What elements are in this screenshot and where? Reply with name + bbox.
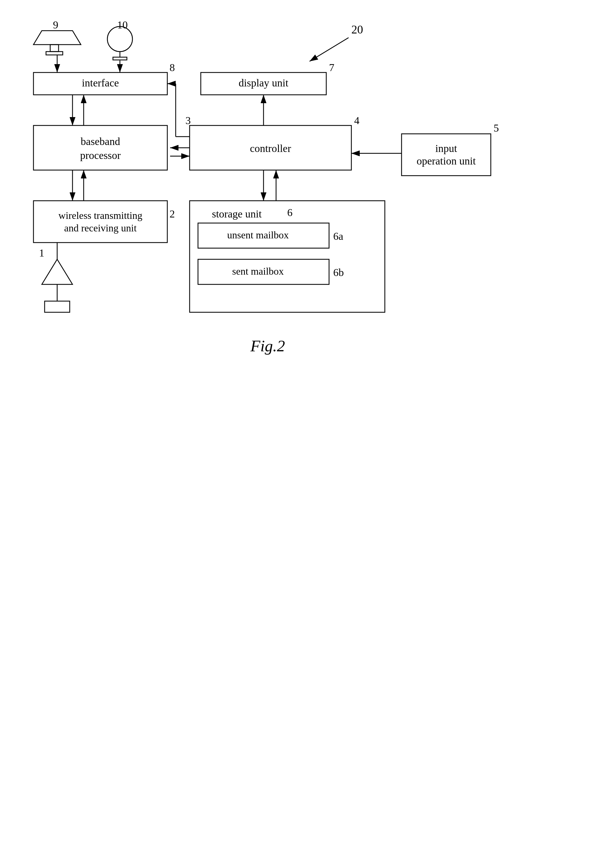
svg-marker-26 [42,259,73,284]
svg-text:operation unit: operation unit [416,155,476,167]
svg-text:and receiving unit: and receiving unit [64,223,137,233]
svg-marker-2 [34,30,81,44]
svg-text:input: input [435,142,457,154]
svg-text:1: 1 [39,247,44,259]
svg-text:6b: 6b [333,267,344,278]
svg-text:20: 20 [351,23,363,36]
svg-text:9: 9 [53,19,58,30]
svg-rect-4 [46,52,63,55]
svg-line-61 [310,38,349,61]
svg-text:storage unit: storage unit [212,208,262,220]
svg-text:3: 3 [186,114,191,126]
svg-text:8: 8 [169,62,175,73]
svg-text:wireless transmitting: wireless transmitting [59,210,142,221]
svg-rect-44 [401,134,491,175]
svg-rect-40 [201,73,326,95]
svg-text:unsent mailbox: unsent mailbox [227,229,289,241]
svg-text:interface: interface [82,77,119,88]
svg-text:2: 2 [169,208,175,220]
svg-rect-3 [50,44,59,52]
svg-rect-7 [113,57,127,60]
svg-rect-31 [190,125,351,170]
svg-rect-12 [34,73,167,95]
svg-text:baseband: baseband [81,136,120,147]
svg-rect-17 [34,125,167,170]
svg-rect-49 [190,201,385,312]
svg-text:6a: 6a [333,230,343,242]
svg-text:display unit: display unit [239,77,289,88]
svg-text:Fig.2: Fig.2 [250,337,285,355]
svg-rect-52 [198,223,329,248]
svg-rect-28 [44,301,70,312]
svg-text:5: 5 [494,122,499,134]
svg-text:sent mailbox: sent mailbox [232,266,284,277]
svg-point-5 [107,26,133,52]
svg-text:7: 7 [329,62,334,73]
svg-text:processor: processor [80,149,121,161]
svg-text:controller: controller [250,142,291,154]
svg-rect-55 [198,259,329,284]
svg-text:4: 4 [354,114,360,126]
svg-rect-23 [34,201,167,242]
svg-text:6: 6 [287,207,293,218]
svg-text:10: 10 [117,19,128,30]
